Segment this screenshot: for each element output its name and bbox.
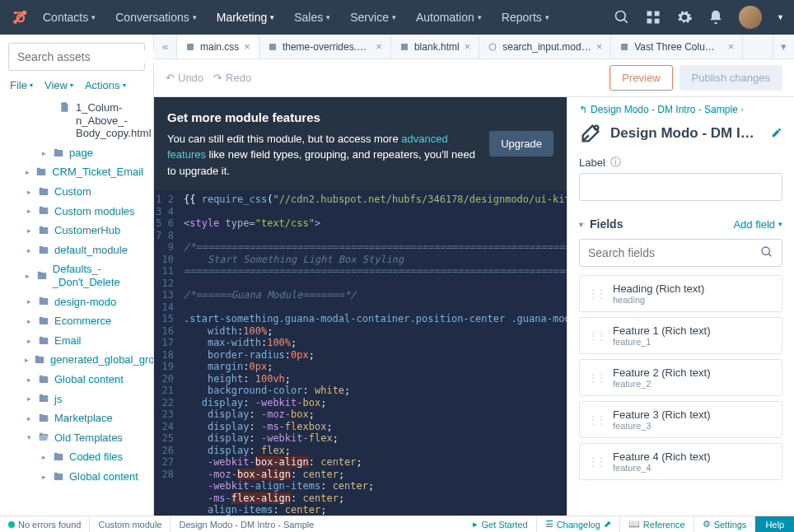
preview-button[interactable]: Preview bbox=[610, 65, 672, 91]
undo-button[interactable]: ↶ Undo bbox=[166, 72, 203, 84]
asset-search-input[interactable] bbox=[17, 50, 161, 63]
settings-link[interactable]: ⚙ Settings bbox=[694, 516, 756, 532]
tree-item[interactable]: ▸Global content bbox=[3, 467, 150, 487]
drag-handle-icon[interactable]: ⋮⋮ bbox=[588, 372, 605, 384]
field-item[interactable]: ⋮⋮Feature 1 (Rich text)feature_1 bbox=[579, 317, 782, 354]
folder-icon bbox=[38, 296, 49, 307]
tree-item[interactable]: 1_Colum-n_Above_-Body_copy.html bbox=[3, 98, 150, 143]
drag-handle-icon[interactable]: ⋮⋮ bbox=[588, 414, 605, 426]
tree-item[interactable]: ▸Defaults_-_Don't_Delete bbox=[3, 259, 150, 292]
tree-item[interactable]: ▸Coded files bbox=[3, 447, 150, 467]
asset-search[interactable] bbox=[8, 43, 145, 71]
css-icon bbox=[185, 42, 195, 52]
tree-item[interactable]: ▸CRM_Ticket_Email bbox=[3, 162, 150, 182]
folder-open-icon bbox=[38, 432, 49, 443]
nav-reports[interactable]: Reports ▾ bbox=[502, 11, 549, 24]
close-tab-icon[interactable]: × bbox=[596, 40, 603, 53]
drag-handle-icon[interactable]: ⋮⋮ bbox=[588, 288, 605, 300]
nav-marketing[interactable]: Marketing ▾ bbox=[217, 11, 274, 24]
close-tab-icon[interactable]: × bbox=[244, 40, 250, 53]
user-avatar[interactable] bbox=[739, 6, 762, 29]
folder-icon bbox=[53, 451, 64, 463]
tree-item[interactable]: ▸Marketplace bbox=[3, 408, 150, 428]
errors-status[interactable]: No errors found bbox=[0, 516, 90, 532]
nav-sales[interactable]: Sales ▾ bbox=[294, 11, 330, 24]
chevron-down-icon[interactable]: ▼ bbox=[777, 13, 784, 21]
drag-handle-icon[interactable]: ⋮⋮ bbox=[588, 330, 605, 342]
module-icon bbox=[579, 122, 602, 145]
label-input[interactable] bbox=[579, 173, 782, 201]
close-tab-icon[interactable]: × bbox=[465, 40, 471, 53]
banner-title: Get more module features bbox=[167, 109, 476, 128]
editor-tab[interactable]: main.css× bbox=[177, 35, 259, 58]
search-icon bbox=[760, 245, 773, 261]
chevron-down-icon[interactable]: ▾ bbox=[579, 220, 583, 229]
folder-icon bbox=[38, 393, 49, 404]
tree-item[interactable]: ▸Global content bbox=[3, 370, 150, 390]
nav-conversations[interactable]: Conversations ▾ bbox=[115, 11, 197, 24]
edit-title-icon[interactable] bbox=[771, 127, 782, 141]
reference-link[interactable]: 📖 Reference bbox=[620, 516, 694, 532]
folder-icon bbox=[38, 245, 49, 256]
back-icon[interactable]: ↰ bbox=[579, 104, 587, 115]
marketplace-icon[interactable] bbox=[645, 9, 661, 26]
svg-line-17 bbox=[768, 254, 771, 256]
tree-item[interactable]: ▸Custom bbox=[3, 182, 150, 202]
sidebar-menu-view[interactable]: View ▾ bbox=[44, 79, 73, 91]
tree-item[interactable]: ▸generated_global_groups bbox=[3, 350, 150, 370]
tree-item[interactable]: ▸design-modo bbox=[3, 292, 150, 312]
nav-automation[interactable]: Automation ▾ bbox=[416, 11, 482, 24]
tabs-overflow-icon[interactable]: ▾ bbox=[773, 35, 794, 58]
field-item[interactable]: ⋮⋮Feature 4 (Rich text)feature_4 bbox=[579, 443, 782, 480]
tree-item[interactable]: ▸Email bbox=[3, 331, 150, 351]
field-item[interactable]: ⋮⋮Heading (Rich text)heading bbox=[579, 275, 782, 312]
label-field-label: Label ⓘ bbox=[579, 155, 782, 170]
tree-item[interactable]: ▸default_module bbox=[3, 240, 150, 260]
tree-item[interactable]: ▸Ecommerce bbox=[3, 311, 150, 331]
sidebar-menu-actions[interactable]: Actions ▾ bbox=[85, 79, 126, 91]
fields-search[interactable] bbox=[579, 239, 782, 267]
folder-icon bbox=[38, 225, 49, 236]
tree-item[interactable]: ▸page bbox=[3, 143, 150, 163]
upgrade-button[interactable]: Upgrade bbox=[489, 131, 553, 156]
collapse-sidebar-icon[interactable]: « bbox=[154, 35, 177, 58]
nav-contacts[interactable]: Contacts ▾ bbox=[43, 11, 96, 24]
editor-tab[interactable]: Vast Three Column Webs× bbox=[611, 35, 743, 58]
redo-button[interactable]: ↷ Redo bbox=[213, 72, 251, 84]
hubspot-logo-icon[interactable] bbox=[10, 7, 30, 27]
folder-icon bbox=[38, 315, 49, 327]
bell-icon[interactable] bbox=[708, 9, 724, 26]
editor-toolbar: ↶ Undo ↷ Redo Preview Publish changes bbox=[154, 59, 794, 97]
html-icon bbox=[619, 42, 629, 52]
editor-tab[interactable]: theme-overrides.css× bbox=[259, 35, 391, 58]
close-tab-icon[interactable]: × bbox=[376, 40, 382, 53]
publish-button[interactable]: Publish changes bbox=[680, 65, 782, 91]
svg-point-16 bbox=[762, 247, 769, 254]
tree-item[interactable]: ▸Custom modules bbox=[3, 202, 150, 222]
svg-rect-6 bbox=[647, 12, 652, 16]
editor-tab[interactable]: search_input.module× bbox=[479, 35, 611, 58]
fields-search-input[interactable] bbox=[588, 246, 760, 259]
tree-item[interactable]: ▸CustomerHub bbox=[3, 221, 150, 240]
tree-item[interactable]: ▸js bbox=[3, 390, 150, 409]
changelog-link[interactable]: ☰ Changelog ⬈ bbox=[537, 516, 620, 532]
help-button[interactable]: Help bbox=[755, 516, 794, 532]
code-lines[interactable]: {{ require_css("//cdn2.hubspot.net/hubfs… bbox=[179, 190, 567, 516]
field-item[interactable]: ⋮⋮Feature 2 (Rich text)feature_2 bbox=[579, 359, 782, 396]
nav-service[interactable]: Service ▾ bbox=[350, 11, 396, 24]
svg-rect-9 bbox=[655, 19, 660, 24]
editor-tab[interactable]: blank.html× bbox=[391, 35, 479, 58]
status-dot-icon bbox=[8, 521, 15, 528]
field-item[interactable]: ⋮⋮Feature 3 (Rich text)feature_3 bbox=[579, 401, 782, 438]
close-tab-icon[interactable]: × bbox=[728, 40, 735, 53]
search-icon[interactable] bbox=[614, 9, 630, 26]
folder-icon bbox=[38, 186, 49, 198]
add-field-button[interactable]: Add field ▾ bbox=[733, 218, 782, 231]
tree-item[interactable]: ▾Old Templates bbox=[3, 428, 150, 448]
drag-handle-icon[interactable]: ⋮⋮ bbox=[588, 456, 605, 468]
info-icon[interactable]: ⓘ bbox=[610, 155, 621, 170]
get-started-link[interactable]: ▸ Get Started bbox=[465, 516, 536, 532]
sidebar-menu-file[interactable]: File ▾ bbox=[10, 79, 33, 91]
breadcrumb[interactable]: ↰ Design Modo - DM Intro - Sample › bbox=[567, 97, 794, 115]
gear-icon[interactable] bbox=[676, 9, 693, 26]
